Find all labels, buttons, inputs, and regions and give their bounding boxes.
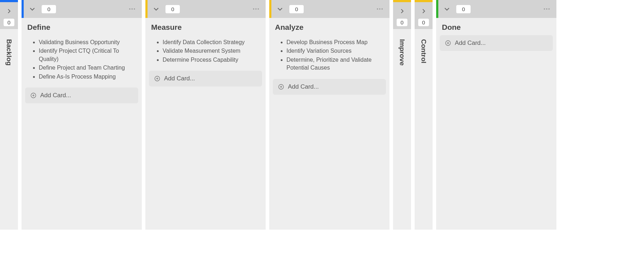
column-header: 0 — [415, 2, 433, 29]
expand-column-button[interactable] — [396, 5, 408, 17]
list-item: Define Project and Team Charting — [39, 64, 135, 72]
chevron-right-icon — [399, 8, 405, 14]
column-title: Analyze — [269, 18, 389, 35]
svg-point-2 — [134, 8, 135, 10]
svg-point-1 — [131, 8, 133, 10]
expand-column-button[interactable] — [3, 5, 15, 17]
card[interactable]: Develop Business Process Map Identify Va… — [273, 35, 386, 75]
plus-circle-icon — [30, 92, 37, 99]
column-more-button[interactable] — [251, 4, 261, 14]
list-item: Identify Data Collection Strategy — [163, 38, 258, 47]
card-list: Validating Business Opportunity Identify… — [31, 38, 135, 81]
card[interactable]: Validating Business Opportunity Identify… — [25, 35, 138, 84]
svg-point-8 — [258, 8, 259, 10]
column-backlog: 0 Backlog — [0, 0, 18, 230]
svg-point-18 — [544, 8, 545, 10]
column-analyze: 0 Analyze Develop Business Process Map I… — [269, 0, 389, 230]
column-count-badge: 0 — [165, 5, 180, 13]
chevron-down-icon — [443, 5, 451, 13]
list-item: Define As-Is Process Mapping — [39, 72, 135, 81]
card[interactable]: Identify Data Collection Strategy Valida… — [149, 35, 262, 67]
column-more-button[interactable] — [127, 4, 137, 14]
column-count-badge: 0 — [397, 19, 407, 26]
svg-point-7 — [255, 8, 257, 10]
column-count-badge: 0 — [4, 19, 14, 26]
column-count-badge: 0 — [42, 5, 56, 13]
more-horizontal-icon — [376, 5, 384, 13]
add-card-label: Add Card... — [455, 39, 486, 47]
more-horizontal-icon — [252, 5, 260, 13]
column-title: Backlog — [5, 39, 13, 66]
column-measure: 0 Measure Identify Data Collection Strat… — [145, 0, 266, 230]
column-title: Done — [436, 18, 556, 35]
collapse-column-button[interactable] — [275, 4, 285, 14]
list-item: Determine, Prioritize and Validate Poten… — [286, 56, 382, 72]
chevron-right-icon — [6, 8, 12, 14]
column-define: 0 Define Validating Business Opportunity… — [22, 0, 142, 230]
more-horizontal-icon — [543, 5, 551, 13]
more-horizontal-icon — [128, 5, 136, 13]
svg-point-14 — [382, 8, 383, 10]
plus-circle-icon — [154, 75, 160, 82]
collapse-column-button[interactable] — [442, 4, 452, 14]
column-header: 0 — [436, 0, 556, 18]
list-item: Identify Variation Sources — [286, 47, 382, 55]
chevron-right-icon — [420, 8, 427, 14]
svg-point-20 — [549, 8, 550, 10]
add-card-label: Add Card... — [288, 83, 319, 90]
svg-point-19 — [546, 8, 547, 10]
chevron-down-icon — [153, 5, 160, 13]
plus-circle-icon — [278, 84, 284, 90]
collapse-column-button[interactable] — [151, 4, 161, 14]
plus-circle-icon — [445, 40, 451, 46]
column-title: Control — [420, 39, 428, 64]
column-improve: 0 Improve — [393, 0, 411, 230]
column-done: 0 Done Add Card... — [436, 0, 556, 230]
collapse-column-button[interactable] — [27, 4, 37, 14]
svg-point-13 — [379, 8, 381, 10]
add-card-button[interactable]: Add Card... — [273, 79, 386, 95]
list-item: Determine Process Capability — [163, 56, 258, 64]
column-more-button[interactable] — [374, 4, 385, 14]
column-control: 0 Control — [415, 0, 433, 230]
column-title: Define — [22, 18, 142, 35]
column-count-badge: 0 — [289, 5, 304, 13]
add-card-label: Add Card... — [164, 75, 195, 82]
list-item: Validate Measurement System — [163, 47, 258, 55]
chevron-down-icon — [276, 5, 284, 13]
column-title: Measure — [145, 18, 266, 35]
column-header: 0 — [0, 2, 18, 29]
column-more-button[interactable] — [541, 4, 552, 14]
svg-point-12 — [377, 8, 378, 10]
add-card-button[interactable]: Add Card... — [25, 88, 138, 103]
list-item: Develop Business Process Map — [286, 38, 382, 47]
column-header: 0 — [269, 0, 389, 18]
add-card-label: Add Card... — [40, 92, 71, 99]
column-header: 0 — [145, 0, 266, 18]
card-list: Develop Business Process Map Identify Va… — [279, 38, 382, 72]
column-title: Improve — [398, 39, 406, 66]
svg-point-0 — [129, 8, 131, 10]
column-count-badge: 0 — [456, 5, 471, 13]
svg-point-6 — [253, 8, 255, 10]
chevron-down-icon — [29, 5, 36, 13]
column-count-badge: 0 — [418, 19, 429, 26]
list-item: Validating Business Opportunity — [39, 38, 135, 47]
column-header: 0 — [22, 0, 142, 18]
add-card-button[interactable]: Add Card... — [149, 71, 262, 86]
column-header: 0 — [393, 2, 411, 29]
add-card-button[interactable]: Add Card... — [440, 35, 553, 51]
list-item: Identify Project CTQ (Critical To Qualit… — [39, 47, 135, 64]
card-list: Identify Data Collection Strategy Valida… — [155, 38, 258, 64]
expand-column-button[interactable] — [417, 5, 430, 17]
